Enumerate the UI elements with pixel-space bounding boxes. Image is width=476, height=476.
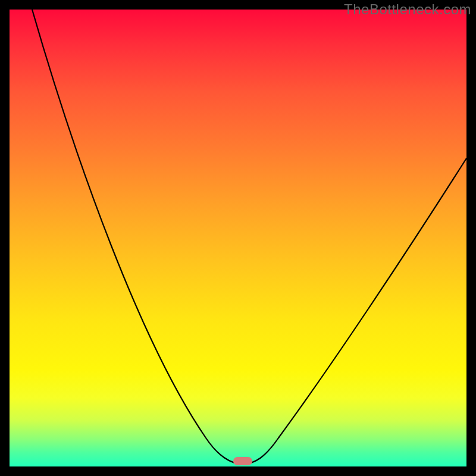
bottleneck-curve bbox=[10, 10, 466, 466]
plot-area bbox=[10, 10, 466, 466]
optimum-marker bbox=[233, 457, 252, 465]
watermark-text: TheBottleneck.com bbox=[344, 1, 471, 18]
chart-frame: TheBottleneck.com bbox=[0, 0, 476, 476]
